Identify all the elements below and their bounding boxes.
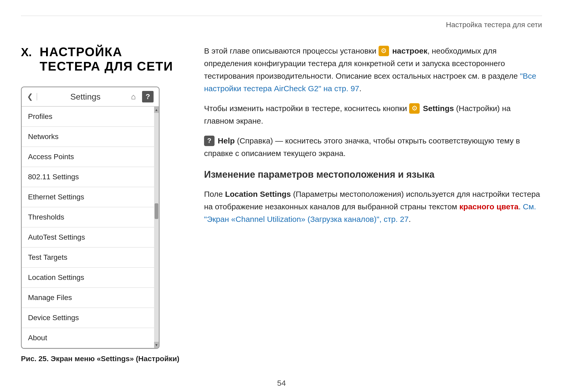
menu-item-test-targets[interactable]: Test Targets bbox=[22, 247, 154, 268]
device-caption: Рис. 25. Экран меню «Settings» (Настройк… bbox=[21, 355, 183, 363]
menu-item-manage-files[interactable]: Manage Files bbox=[22, 288, 154, 308]
menu-item-profiles[interactable]: Profiles bbox=[22, 107, 154, 127]
para-location-settings: Поле Location Settings (Параметры местоп… bbox=[204, 188, 542, 226]
menu-item-networks[interactable]: Networks bbox=[22, 127, 154, 147]
page-footer: 54 bbox=[0, 379, 563, 392]
back-icon[interactable]: ❮ bbox=[27, 93, 37, 100]
link-all-settings[interactable]: "Все настройки тестера AirCheck G2" на с… bbox=[204, 72, 536, 93]
scrollbar-thumb[interactable] bbox=[155, 203, 158, 219]
chapter-number: X. bbox=[21, 46, 32, 59]
menu-item-ethernet-settings[interactable]: Ethernet Settings bbox=[22, 187, 154, 207]
settings-icon-inline bbox=[379, 46, 389, 56]
menu-with-scrollbar: Profiles Networks Access Points 802.11 S… bbox=[22, 107, 159, 348]
red-color-text: красного цвета bbox=[459, 202, 519, 211]
chapter-heading: X. Настройка тестера для сети bbox=[21, 45, 183, 73]
help-icon-inline bbox=[204, 136, 215, 146]
location-settings-label: Location Settings bbox=[225, 190, 291, 198]
para-help-btn: Help (Справка) — коснитесь этого значка,… bbox=[204, 135, 542, 160]
para2-bold: Settings bbox=[423, 104, 454, 113]
chapter-title: Настройка тестера для сети bbox=[40, 45, 183, 73]
right-column: В этой главе описываются процессы устано… bbox=[204, 45, 542, 363]
subheading-location: Изменение параметров местоположения и яз… bbox=[204, 167, 542, 182]
device-title: Settings bbox=[42, 92, 128, 102]
device-header: ❮ Settings ⌂ ? bbox=[22, 87, 159, 107]
para-settings-btn: Чтобы изменить настройки в тестере, косн… bbox=[204, 102, 542, 127]
help-icon[interactable]: ? bbox=[142, 91, 154, 102]
menu-list: Profiles Networks Access Points 802.11 S… bbox=[22, 107, 154, 348]
scrollbar-arrow-up[interactable]: ▲ bbox=[154, 107, 159, 113]
scrollbar-arrow-down[interactable]: ▼ bbox=[154, 342, 159, 348]
para3-bold: Help bbox=[218, 136, 235, 145]
menu-item-about[interactable]: About bbox=[22, 328, 154, 348]
left-column: X. Настройка тестера для сети ❮ Settings… bbox=[21, 45, 183, 363]
menu-item-80211-settings[interactable]: 802.11 Settings bbox=[22, 167, 154, 187]
scrollbar-track[interactable]: ▲ ▼ bbox=[154, 107, 159, 348]
menu-item-device-settings[interactable]: Device Settings bbox=[22, 308, 154, 328]
para1-bold: настроек bbox=[392, 47, 427, 55]
page-number: 54 bbox=[277, 379, 286, 387]
page-header: Настройка тестера для сети bbox=[0, 16, 563, 29]
settings-icon-inline2 bbox=[409, 103, 420, 114]
home-icon[interactable]: ⌂ bbox=[131, 92, 136, 101]
menu-item-thresholds[interactable]: Thresholds bbox=[22, 207, 154, 227]
menu-item-autotest-settings[interactable]: AutoTest Settings bbox=[22, 227, 154, 247]
para-intro: В этой главе описываются процессы устано… bbox=[204, 45, 542, 95]
main-content: X. Настройка тестера для сети ❮ Settings… bbox=[0, 29, 563, 379]
header-title: Настройка тестера для сети bbox=[446, 21, 542, 29]
menu-item-access-points[interactable]: Access Points bbox=[22, 147, 154, 167]
device-mockup: ❮ Settings ⌂ ? Profiles Networks Access … bbox=[21, 87, 160, 349]
menu-item-location-settings[interactable]: Location Settings bbox=[22, 268, 154, 288]
